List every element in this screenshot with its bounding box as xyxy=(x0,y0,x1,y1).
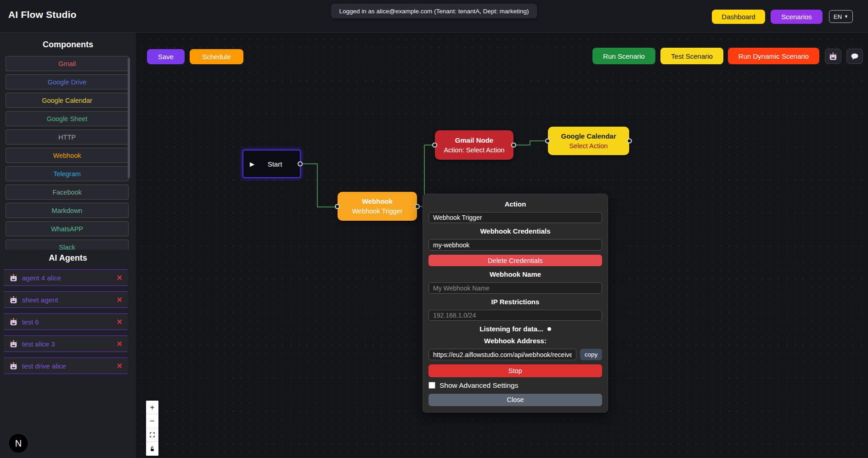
node-title: Webhook xyxy=(362,196,393,207)
start-node-label: Start xyxy=(254,160,295,168)
chevron-down-icon: ▼ xyxy=(844,14,848,19)
agent-row-test-drive-alice[interactable]: test drive alice × xyxy=(4,357,128,374)
close-button[interactable]: Close xyxy=(428,394,602,406)
node-subtitle: Webhook Trigger xyxy=(352,207,402,216)
ai-agents-list: agent 4 alice × sheet agent × test 6 × t… xyxy=(0,269,136,374)
zoom-in-button[interactable]: + xyxy=(146,401,158,414)
component-webhook[interactable]: Webhook xyxy=(6,148,129,163)
component-google-calendar[interactable]: Google Calendar xyxy=(6,93,129,108)
edge-start-webhook xyxy=(302,164,338,207)
app-header: AI Flow Studio Logged in as alice@exampl… xyxy=(0,0,868,32)
delete-agent-icon[interactable]: × xyxy=(117,273,122,282)
node-subtitle: Action: Select Action xyxy=(444,145,504,155)
fit-view-button[interactable] xyxy=(146,428,158,442)
app-title: AI Flow Studio xyxy=(8,9,77,20)
agent-row-agent-4-alice[interactable]: agent 4 alice × xyxy=(4,269,128,286)
input-handle[interactable] xyxy=(432,143,437,148)
component-http[interactable]: HTTP xyxy=(6,129,129,145)
webhook-address-label: Webhook Address: xyxy=(428,337,602,345)
output-handle[interactable] xyxy=(627,139,632,144)
advanced-settings-checkbox[interactable] xyxy=(428,382,435,389)
component-facebook[interactable]: Facebook xyxy=(6,184,129,200)
run-scenario-button[interactable]: Run Scenario xyxy=(592,48,655,64)
chat-button[interactable] xyxy=(846,49,863,64)
delete-agent-icon[interactable]: × xyxy=(117,339,122,348)
stop-button[interactable]: Stop xyxy=(428,364,602,377)
language-select[interactable]: EN ▼ xyxy=(829,10,853,23)
action-select[interactable]: Webhook Trigger xyxy=(428,212,602,223)
input-handle[interactable] xyxy=(335,204,340,209)
zoom-out-button[interactable]: − xyxy=(146,414,158,428)
input-handle[interactable] xyxy=(545,139,550,144)
output-handle[interactable] xyxy=(511,143,516,148)
test-scenario-button[interactable]: Test Scenario xyxy=(660,48,723,64)
lock-button[interactable] xyxy=(146,442,158,456)
listening-indicator-dot xyxy=(547,327,551,331)
agent-label: test 6 xyxy=(22,318,39,326)
copy-button[interactable]: copy xyxy=(580,349,602,360)
save-button[interactable]: Save xyxy=(147,49,185,64)
component-slack[interactable]: Slack xyxy=(6,240,129,250)
play-icon: ▶ xyxy=(250,161,254,168)
speech-balloon-icon xyxy=(850,52,859,61)
run-dynamic-scenario-button[interactable]: Run Dynamic Scenario xyxy=(728,48,819,64)
output-handle[interactable] xyxy=(298,162,303,167)
robot-icon xyxy=(9,274,18,282)
webhook-address-row: copy xyxy=(428,349,602,360)
component-whatsapp[interactable]: WhatsAPP xyxy=(6,221,129,236)
robot-icon xyxy=(9,318,18,326)
webhook-properties-panel: Action Webhook Trigger Webhook Credentia… xyxy=(423,194,608,413)
component-google-sheet[interactable]: Google Sheet xyxy=(6,111,129,126)
output-handle[interactable] xyxy=(415,204,420,209)
robot-icon xyxy=(9,340,18,348)
component-telegram[interactable]: Telegram xyxy=(6,166,129,181)
component-gmail[interactable]: Gmail xyxy=(6,56,129,71)
agent-row-test-6[interactable]: test 6 × xyxy=(4,313,128,330)
component-google-drive[interactable]: Google Drive xyxy=(6,74,129,89)
scenarios-button[interactable]: Scenarios xyxy=(771,10,823,24)
canvas-controls: + − xyxy=(146,401,158,456)
components-scrollbar[interactable] xyxy=(128,58,130,178)
listening-status: Listening for data... xyxy=(428,325,602,333)
advanced-settings-label: Show Advanced Settings xyxy=(440,381,518,390)
ai-agents-title: AI Agents xyxy=(0,253,136,263)
webhook-name-input[interactable] xyxy=(428,282,602,293)
ip-restrictions-label: IP Restrictions xyxy=(428,298,602,306)
delete-credentials-button[interactable]: Delete Credentials xyxy=(428,255,602,266)
credentials-select[interactable]: my-webhook xyxy=(428,239,602,250)
node-webhook[interactable]: Webhook Webhook Trigger xyxy=(338,192,417,221)
nextjs-dev-badge[interactable]: N xyxy=(8,433,28,453)
fit-view-icon xyxy=(149,432,155,438)
advanced-settings-row: Show Advanced Settings xyxy=(428,381,602,390)
agent-row-test-alice-3[interactable]: test alice 3 × xyxy=(4,335,128,352)
delete-agent-icon[interactable]: × xyxy=(117,295,122,304)
webhook-name-label: Webhook Name xyxy=(428,270,602,278)
credentials-label: Webhook Credentials xyxy=(428,227,602,235)
agent-row-sheet-agent[interactable]: sheet agent × xyxy=(4,291,128,308)
ai-agent-button[interactable] xyxy=(825,49,841,64)
node-google-calendar[interactable]: Google Calendar Select Action xyxy=(548,127,629,155)
agent-label: sheet agent xyxy=(22,296,58,304)
agent-label: agent 4 alice xyxy=(22,274,61,282)
listening-text: Listening for data... xyxy=(479,325,543,333)
lock-icon xyxy=(149,446,155,452)
components-title: Components xyxy=(0,40,136,50)
node-gmail[interactable]: Gmail Node Action: Select Action xyxy=(435,130,513,160)
session-info-badge: Logged in as alice@example.com (Tenant: … xyxy=(331,4,537,18)
node-start[interactable]: ▶ Start xyxy=(242,150,301,178)
webhook-address-input[interactable] xyxy=(428,349,576,360)
agent-label: test alice 3 xyxy=(22,340,55,348)
component-markdown[interactable]: Markdown xyxy=(6,203,129,218)
dashboard-button[interactable]: Dashboard xyxy=(712,10,765,24)
node-subtitle: Select Action xyxy=(569,141,608,151)
robot-icon xyxy=(9,362,18,370)
agent-label: test drive alice xyxy=(22,362,66,370)
delete-agent-icon[interactable]: × xyxy=(117,317,122,326)
delete-agent-icon[interactable]: × xyxy=(117,361,122,370)
ip-restrictions-input[interactable] xyxy=(428,310,602,321)
language-value: EN xyxy=(834,13,842,20)
flow-canvas[interactable]: Save Schedule Run Scenario Test Scenario… xyxy=(136,32,868,458)
schedule-button[interactable]: Schedule xyxy=(190,49,243,64)
action-label: Action xyxy=(428,200,602,208)
node-title: Google Calendar xyxy=(561,131,616,141)
